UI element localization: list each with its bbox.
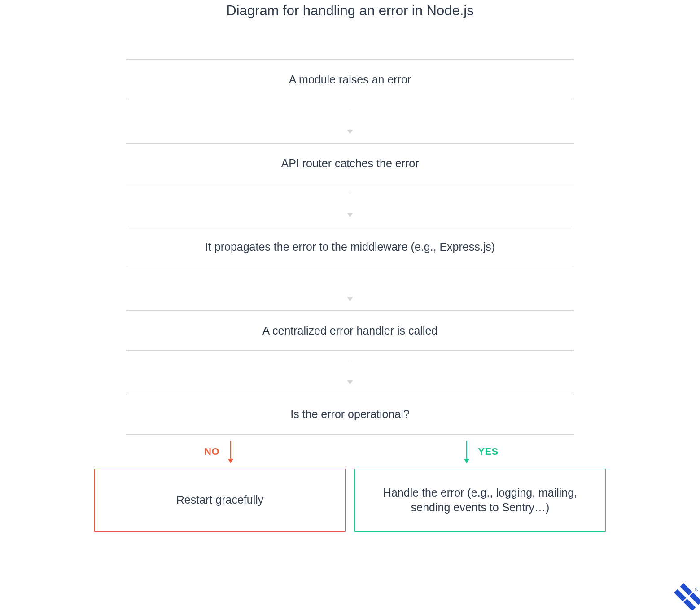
svg-marker-13	[683, 599, 696, 610]
svg-marker-11	[464, 459, 469, 463]
step-centralized-handler: A centralized error handler is called	[126, 310, 574, 351]
svg-marker-14	[674, 589, 686, 601]
yes-label: YES	[478, 446, 499, 458]
outcome-handle-error: Handle the error (e.g., logging, mailing…	[354, 469, 606, 532]
registered-mark: ®	[695, 587, 698, 592]
flow-diagram: A module raises an error API router catc…	[0, 59, 700, 532]
step-module-raises-error: A module raises an error	[126, 59, 574, 100]
arrow-down-yes-icon	[462, 439, 472, 464]
svg-marker-5	[347, 297, 353, 301]
svg-marker-3	[347, 213, 353, 218]
svg-marker-9	[228, 459, 233, 463]
branch-no: NO Restart gracefully	[94, 435, 346, 532]
no-label: NO	[204, 446, 219, 458]
step-propagate-middleware: It propagates the error to the middlewar…	[126, 227, 574, 267]
branch-yes-header: YES	[462, 435, 499, 469]
step-api-catches-error: API router catches the error	[126, 143, 574, 184]
arrow-down-icon	[345, 108, 355, 135]
branch-yes: YES Handle the error (e.g., logging, mai…	[354, 435, 606, 532]
arrow-down-icon	[345, 192, 355, 218]
arrow-down-icon	[345, 275, 355, 302]
branch-no-header: NO	[204, 435, 236, 469]
step-is-operational: Is the error operational?	[126, 394, 574, 435]
arrow-down-icon	[345, 359, 355, 386]
outcome-restart-gracefully: Restart gracefully	[94, 469, 346, 532]
svg-marker-1	[347, 130, 353, 134]
diagram-title: Diagram for handling an error in Node.js	[0, 0, 700, 22]
arrow-down-no-icon	[226, 439, 236, 464]
svg-marker-7	[347, 380, 353, 385]
decision-branches: NO Restart gracefully YES Handle the err…	[94, 435, 606, 532]
svg-marker-12	[680, 583, 692, 595]
